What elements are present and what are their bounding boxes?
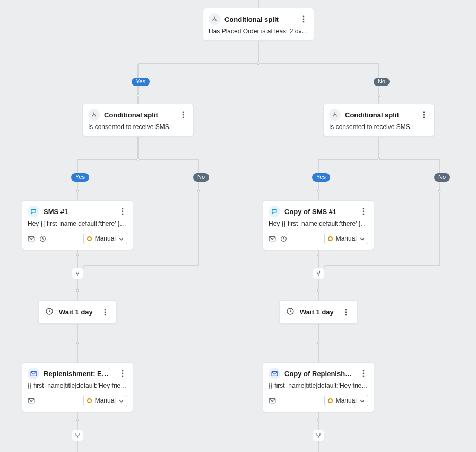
svg-point-29: [423, 112, 425, 113]
node-email-left[interactable]: Replenishment: Email #1 {{ first_name|ti…: [22, 362, 133, 412]
more-menu-button[interactable]: [359, 207, 368, 216]
svg-point-56: [363, 370, 365, 372]
connector-dot: [137, 158, 140, 161]
send-mode-label: Manual: [95, 235, 116, 242]
node-description: Hey {{ first_name|default:'there' }}, it…: [22, 220, 133, 233]
email-icon: [269, 368, 280, 379]
svg-point-27: [183, 114, 184, 116]
connector-dot: [378, 95, 380, 97]
chevron-down-icon: [119, 397, 124, 404]
svg-point-44: [105, 311, 106, 313]
node-description: Has Placed Order is at least 2 over all …: [203, 28, 314, 40]
send-mode-dropdown[interactable]: Manual: [83, 233, 127, 244]
envelope-icon: [269, 398, 276, 404]
node-sms-right[interactable]: Copy of SMS #1 Hey {{ first_name|default…: [263, 200, 374, 250]
more-menu-button[interactable]: [178, 110, 188, 120]
node-email-right[interactable]: Copy of Replenishment: Em... {{ first_na…: [263, 362, 374, 412]
svg-point-47: [345, 309, 347, 310]
svg-point-49: [345, 314, 347, 315]
svg-point-34: [122, 214, 124, 215]
node-conditional-split-root[interactable]: Conditional split Has Placed Order is at…: [203, 8, 314, 41]
node-description: Is consented to receive SMS.: [83, 123, 193, 136]
split-icon: [329, 109, 341, 121]
node-description: {{ first_name|title|default:'Hey friend'…: [263, 382, 374, 395]
branch-label-no: No: [193, 173, 209, 182]
node-title: Wait 1 day: [300, 308, 336, 316]
send-mode-label: Manual: [336, 235, 357, 242]
node-wait-right[interactable]: Wait 1 day: [279, 300, 358, 324]
branch-label-no: No: [374, 78, 390, 86]
branch-label-yes: Yes: [71, 173, 89, 182]
more-menu-button[interactable]: [359, 369, 368, 378]
connector-dot: [76, 419, 79, 421]
node-title: Conditional split: [224, 15, 295, 23]
svg-point-51: [122, 370, 124, 372]
connector-dot: [257, 63, 260, 65]
send-mode-label: Manual: [95, 397, 116, 404]
node-title: Copy of Replenishment: Em...: [284, 370, 354, 378]
branch-label-no: No: [434, 173, 450, 182]
more-menu-button[interactable]: [341, 308, 351, 317]
svg-point-37: [363, 208, 365, 210]
svg-point-31: [423, 117, 425, 118]
connector-dot: [137, 95, 140, 97]
merge-node[interactable]: [313, 430, 324, 441]
svg-rect-55: [272, 371, 278, 376]
node-title: Conditional split: [345, 111, 415, 119]
svg-point-23: [303, 16, 305, 18]
node-description: Is consented to receive SMS.: [324, 123, 434, 136]
merge-node[interactable]: [313, 268, 324, 279]
svg-point-24: [303, 19, 305, 20]
node-conditional-split-right[interactable]: Conditional split Is consented to receiv…: [323, 104, 435, 137]
merge-node[interactable]: [72, 430, 83, 441]
node-title: Conditional split: [104, 111, 174, 119]
more-menu-button[interactable]: [299, 14, 308, 24]
connector-dot: [317, 419, 320, 421]
send-mode-dropdown[interactable]: Manual: [83, 395, 127, 406]
chevron-down-icon: [119, 235, 124, 242]
node-title: Copy of SMS #1: [284, 208, 354, 216]
svg-rect-50: [31, 371, 37, 376]
email-icon: [28, 368, 39, 379]
svg-point-33: [122, 211, 124, 212]
node-title: Replenishment: Email #1: [44, 370, 114, 378]
svg-point-38: [363, 211, 365, 212]
branch-label-yes: Yes: [132, 78, 150, 86]
svg-point-26: [183, 112, 184, 113]
connector-dot: [76, 190, 79, 193]
svg-point-25: [303, 21, 305, 23]
svg-point-32: [122, 208, 124, 210]
svg-rect-40: [269, 236, 275, 241]
merge-node[interactable]: [72, 268, 83, 279]
clock-icon: [45, 307, 54, 317]
branch-label-yes: Yes: [312, 173, 330, 182]
node-wait-left[interactable]: Wait 1 day: [38, 300, 117, 324]
connector-dot: [76, 342, 79, 344]
sms-icon: [28, 206, 39, 217]
svg-point-45: [105, 314, 106, 315]
connector-dot: [438, 190, 441, 193]
quiet-hours-icon: [39, 235, 46, 242]
sms-icon: [269, 206, 280, 217]
send-mode-dropdown[interactable]: Manual: [324, 233, 368, 244]
svg-point-53: [122, 376, 124, 377]
node-sms-left[interactable]: SMS #1 Hey {{ first_name|default:'there'…: [22, 200, 133, 250]
more-menu-button[interactable]: [118, 369, 127, 378]
envelope-icon: [28, 398, 35, 404]
connector-dot: [317, 289, 320, 292]
chevron-down-icon: [360, 397, 365, 404]
more-menu-button[interactable]: [100, 308, 110, 317]
more-menu-button[interactable]: [118, 207, 127, 216]
node-title: SMS #1: [44, 208, 114, 216]
status-dot-icon: [87, 236, 92, 241]
svg-rect-54: [28, 398, 34, 403]
node-conditional-split-left[interactable]: Conditional split Is consented to receiv…: [82, 104, 194, 137]
connector-dot: [76, 254, 79, 257]
svg-point-28: [183, 117, 184, 118]
svg-rect-35: [28, 236, 34, 241]
more-menu-button[interactable]: [419, 110, 429, 120]
send-mode-dropdown[interactable]: Manual: [324, 395, 368, 406]
node-description: Hey {{ first_name|default:'there' }}, it…: [263, 220, 374, 233]
status-dot-icon: [328, 398, 333, 403]
split-icon: [88, 109, 100, 121]
